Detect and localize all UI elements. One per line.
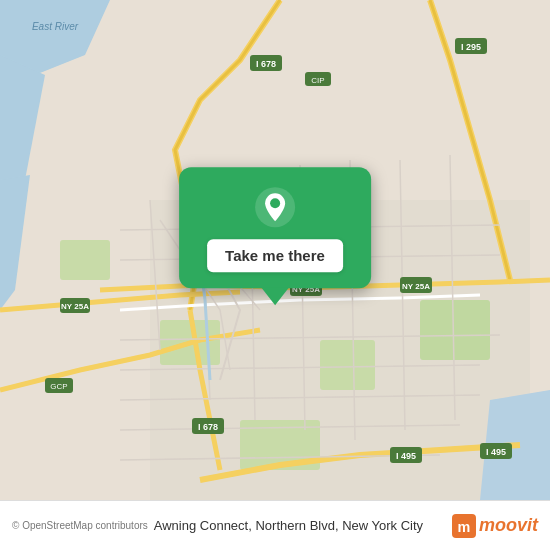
svg-rect-8 bbox=[420, 300, 490, 360]
moovit-icon: m bbox=[452, 514, 476, 538]
svg-text:East River: East River bbox=[32, 21, 79, 32]
svg-text:GCP: GCP bbox=[50, 382, 67, 391]
svg-point-33 bbox=[270, 198, 280, 208]
svg-rect-7 bbox=[320, 340, 375, 390]
popup-card: Take me there bbox=[179, 167, 371, 288]
copyright-text: © OpenStreetMap contributors bbox=[12, 520, 148, 531]
moovit-brand-text: moovit bbox=[479, 515, 538, 536]
svg-text:NY 25A: NY 25A bbox=[61, 302, 89, 311]
location-pin-icon bbox=[253, 185, 297, 229]
svg-text:I 678: I 678 bbox=[198, 422, 218, 432]
take-me-there-button[interactable]: Take me there bbox=[207, 239, 343, 272]
map-popup: Take me there bbox=[179, 167, 371, 305]
svg-rect-10 bbox=[60, 240, 110, 280]
address-text: Awning Connect, Northern Blvd, New York … bbox=[154, 518, 423, 533]
bottom-bar: © OpenStreetMap contributors Awning Conn… bbox=[0, 500, 550, 550]
map-container: I 678 CIP I 295 NY 25A NY 25A NY 25A GCP… bbox=[0, 0, 550, 500]
svg-text:I 495: I 495 bbox=[396, 451, 416, 461]
svg-text:NY 25A: NY 25A bbox=[402, 282, 430, 291]
svg-text:m: m bbox=[458, 518, 471, 534]
svg-text:CIP: CIP bbox=[311, 76, 324, 85]
svg-text:I 495: I 495 bbox=[486, 447, 506, 457]
popup-triangle bbox=[261, 287, 289, 305]
moovit-logo: m moovit bbox=[452, 514, 538, 538]
svg-text:I 678: I 678 bbox=[256, 59, 276, 69]
svg-text:I 295: I 295 bbox=[461, 42, 481, 52]
